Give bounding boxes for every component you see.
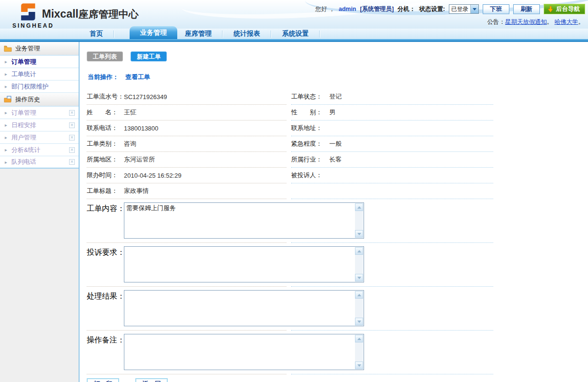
- history-icon: [4, 96, 12, 103]
- back-button[interactable]: 返 回: [135, 378, 168, 382]
- sidebar-history-analytics[interactable]: ▸ 分析&统计 ×: [0, 144, 79, 156]
- print-button[interactable]: 打 印: [87, 378, 119, 382]
- off-duty-button[interactable]: 下班: [483, 4, 509, 14]
- field-label: 联系电话：: [87, 124, 124, 132]
- extension-label: 分机：: [397, 5, 416, 13]
- scrollbar[interactable]: [355, 291, 363, 325]
- tab-separator: [271, 30, 272, 38]
- app-subtitle: 座席管理中心: [79, 9, 139, 20]
- sidebar-history-order-mgmt[interactable]: ▸ 订单管理 ×: [0, 107, 79, 119]
- close-icon[interactable]: ×: [69, 159, 75, 165]
- chevron-down-icon[interactable]: [470, 5, 478, 13]
- field-label: 紧急程度：: [291, 140, 329, 148]
- sidebar-history-schedule[interactable]: ▸ 日程安排 ×: [0, 119, 79, 131]
- sidebar-item-workorder-stats[interactable]: ▸ 工单统计: [0, 68, 79, 80]
- scroll-up-icon[interactable]: [355, 335, 363, 342]
- form-row: 限办时间：2010-04-25 16:52:29 被投诉人：: [87, 168, 493, 183]
- workorder-status-value: 登记: [329, 92, 342, 101]
- form-actions: 打 印 返 回: [87, 378, 588, 382]
- field-label: 工单状态：: [291, 92, 329, 101]
- scroll-up-icon[interactable]: [355, 203, 363, 211]
- field-label: 限办时间：: [87, 171, 124, 180]
- workorder-content-text: 需要保姆上门服务: [124, 203, 364, 213]
- brand-name: Mixcall: [42, 8, 79, 20]
- workorder-type-value: 咨询: [124, 140, 136, 148]
- handling-result-text: [124, 291, 364, 292]
- sidebar-item-label: 订单管理: [11, 109, 36, 117]
- field-label: 被投诉人：: [291, 171, 329, 180]
- nav-tabs: 首页 业务管理 座席管理 统计报表 系统设置: [82, 29, 323, 39]
- scrollbar[interactable]: [355, 203, 363, 238]
- backstage-nav-button[interactable]: 后台导航: [544, 4, 585, 14]
- scroll-up-icon[interactable]: [355, 291, 363, 299]
- arrow-bullet-icon: ▸: [5, 122, 7, 128]
- scroll-up-icon[interactable]: [355, 247, 363, 255]
- tab-business-mgmt[interactable]: 业务管理: [130, 26, 177, 39]
- header: SINGHEAD Mixcall座席管理中心 您好 ， admin [系统管理员…: [0, 0, 588, 29]
- announcement-link-1[interactable]: 星期天放假通知: [505, 19, 547, 25]
- sidebar-item-label: 部门权限维护: [11, 82, 49, 91]
- sidebar-item-dept-permissions[interactable]: ▸ 部门权限维护: [0, 80, 79, 93]
- field-label: 工单类别：: [87, 140, 124, 148]
- scroll-down-icon[interactable]: [355, 274, 363, 281]
- current-operation-label: 当前操作：: [88, 73, 119, 80]
- close-icon[interactable]: ×: [69, 135, 75, 141]
- deadline-value: 2010-04-25 16:52:29: [124, 172, 182, 179]
- sidebar-history-queue-calls[interactable]: ▸ 队列电话 ×: [0, 156, 79, 169]
- backstage-nav-label: 后台导航: [556, 5, 580, 13]
- close-icon[interactable]: ×: [69, 110, 75, 116]
- handling-result-textarea[interactable]: [124, 290, 364, 326]
- scrollbar[interactable]: [355, 335, 363, 369]
- sidebar-section-title: 操作历史: [15, 95, 40, 104]
- region-value: 东河运管所: [124, 155, 155, 164]
- sidebar-item-order-mgmt[interactable]: ▸ 订单管理: [0, 56, 79, 68]
- tab-seat-mgmt[interactable]: 座席管理: [177, 30, 219, 38]
- sidebar-item-label: 分析&统计: [11, 146, 41, 154]
- toolbar: 工单列表 新建工单: [87, 51, 588, 61]
- row-divider: [291, 374, 493, 374]
- operation-remarks-text: [124, 334, 364, 336]
- folder-icon: [4, 45, 12, 52]
- arrow-bullet-icon: ▸: [5, 110, 7, 115]
- sidebar-item-label: 日程安排: [11, 121, 36, 130]
- announcement-suffix-1: 。: [547, 19, 553, 25]
- form-row-textarea: 投诉要求：: [87, 243, 493, 287]
- workorder-list-button[interactable]: 工单列表: [87, 51, 123, 61]
- scroll-down-icon[interactable]: [355, 318, 363, 325]
- tab-home[interactable]: 首页: [82, 30, 111, 38]
- arrow-bullet-icon: ▸: [5, 71, 7, 77]
- new-workorder-button[interactable]: 新建工单: [131, 51, 167, 61]
- form-row-textarea: 工单内容： 需要保姆上门服务: [87, 199, 493, 243]
- operation-remarks-textarea[interactable]: [124, 334, 364, 370]
- tab-stat-reports[interactable]: 统计报表: [226, 30, 268, 38]
- status-select-value: 已登录: [449, 5, 470, 13]
- sidebar-item-label: 队列电话: [11, 158, 36, 166]
- row-divider: [87, 374, 286, 374]
- sidebar-item-label: 工单统计: [11, 70, 36, 79]
- close-icon[interactable]: ×: [69, 122, 75, 128]
- refresh-button[interactable]: 刷新: [513, 4, 540, 14]
- sidebar-item-label: 订单管理: [11, 58, 36, 66]
- close-icon[interactable]: ×: [69, 147, 75, 153]
- tab-system-settings[interactable]: 系统设置: [274, 30, 316, 38]
- field-label: 处理结果：: [87, 290, 124, 326]
- form-row-textarea: 操作备注：: [87, 331, 493, 374]
- field-label: 所属地区：: [87, 155, 124, 164]
- form-row: 所属地区：东河运管所 所属行业：长客: [87, 152, 493, 168]
- announcement-link-2[interactable]: 哈佛大学: [555, 19, 578, 25]
- arrow-bullet-icon: ▸: [5, 84, 7, 89]
- sidebar-section-business: 业务管理: [0, 42, 79, 56]
- workorder-title-value: 家政事情: [124, 187, 149, 195]
- workorder-content-textarea[interactable]: 需要保姆上门服务: [124, 202, 364, 239]
- scroll-down-icon[interactable]: [355, 362, 363, 369]
- complaint-request-textarea[interactable]: [124, 246, 364, 282]
- status-select[interactable]: 已登录: [449, 4, 479, 14]
- industry-value: 长客: [329, 155, 342, 164]
- scroll-down-icon[interactable]: [355, 230, 363, 238]
- scrollbar[interactable]: [355, 247, 363, 281]
- tab-separator: [113, 30, 114, 38]
- field-label: 投诉要求：: [87, 246, 124, 282]
- field-label: 所属行业：: [291, 155, 329, 164]
- down-arrow-icon: [548, 6, 553, 12]
- sidebar-history-user-mgmt[interactable]: ▸ 用户管理 ×: [0, 131, 79, 144]
